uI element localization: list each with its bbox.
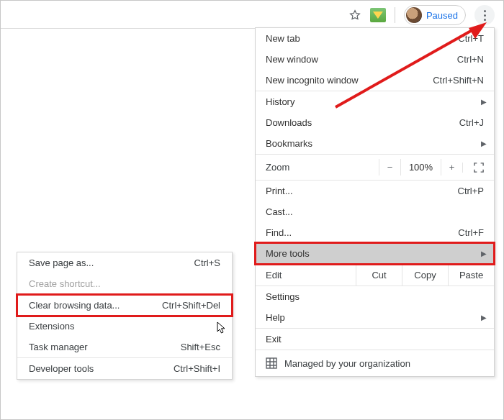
menu-zoom: Zoom − 100% +	[256, 155, 494, 180]
kebab-menu-button[interactable]	[474, 5, 495, 25]
menu-new-tab[interactable]: New tab Ctrl+T	[256, 28, 494, 49]
zoom-label: Zoom	[266, 162, 379, 173]
menu-settings[interactable]: Settings	[256, 286, 494, 307]
svg-rect-0	[266, 358, 276, 368]
zoom-in-button[interactable]: +	[441, 159, 462, 175]
profile-chip[interactable]: Paused	[404, 5, 466, 25]
submenu-save-page[interactable]: Save page as... Ctrl+S	[17, 252, 232, 273]
chevron-right-icon: ▶	[481, 314, 487, 321]
menu-bookmarks[interactable]: Bookmarks ▶	[256, 133, 494, 154]
zoom-percent: 100%	[400, 159, 441, 175]
paste-button[interactable]: Paste	[448, 265, 494, 286]
submenu-create-shortcut: Create shortcut...	[17, 273, 232, 294]
menu-help[interactable]: Help ▶	[256, 307, 494, 328]
managed-notice[interactable]: Managed by your organization	[256, 350, 494, 376]
cursor-icon	[217, 321, 227, 336]
menu-find[interactable]: Find... Ctrl+F	[256, 222, 494, 243]
copy-button[interactable]: Copy	[402, 265, 448, 286]
extension-icon[interactable]	[370, 8, 386, 22]
menu-more-tools[interactable]: More tools ▶	[256, 243, 494, 264]
menu-new-window[interactable]: New window Ctrl+N	[256, 49, 494, 70]
menu-downloads[interactable]: Downloads Ctrl+J	[256, 112, 494, 133]
menu-exit[interactable]: Exit	[256, 329, 494, 350]
submenu-clear-browsing-data[interactable]: Clear browsing data... Ctrl+Shift+Del	[17, 295, 232, 316]
avatar	[406, 7, 422, 23]
edit-label: Edit	[256, 265, 356, 286]
paused-label: Paused	[426, 10, 458, 21]
menu-edit: Edit Cut Copy Paste	[256, 265, 494, 286]
zoom-out-button[interactable]: −	[379, 159, 400, 175]
organization-icon	[266, 357, 277, 369]
chevron-right-icon: ▶	[481, 98, 487, 106]
menu-print[interactable]: Print... Ctrl+P	[256, 181, 494, 201]
menu-cast[interactable]: Cast...	[256, 201, 494, 222]
fullscreen-button[interactable]	[462, 163, 494, 173]
submenu-developer-tools[interactable]: Developer tools Ctrl+Shift+I	[17, 358, 232, 379]
submenu-task-manager[interactable]: Task manager Shift+Esc	[17, 337, 232, 357]
chevron-right-icon: ▶	[481, 140, 487, 147]
toolbar: Paused	[348, 5, 495, 25]
submenu-extensions[interactable]: Extensions	[17, 316, 232, 337]
star-icon[interactable]	[348, 9, 361, 22]
chevron-right-icon: ▶	[481, 250, 487, 257]
managed-label: Managed by your organization	[284, 358, 410, 369]
main-menu: New tab Ctrl+T New window Ctrl+N New inc…	[255, 27, 495, 377]
more-tools-submenu: Save page as... Ctrl+S Create shortcut..…	[17, 252, 233, 380]
divider	[395, 7, 395, 23]
omnibox-edge	[1, 28, 256, 29]
menu-incognito[interactable]: New incognito window Ctrl+Shift+N	[256, 70, 494, 91]
cut-button[interactable]: Cut	[356, 265, 402, 286]
menu-history[interactable]: History ▶	[256, 91, 494, 112]
